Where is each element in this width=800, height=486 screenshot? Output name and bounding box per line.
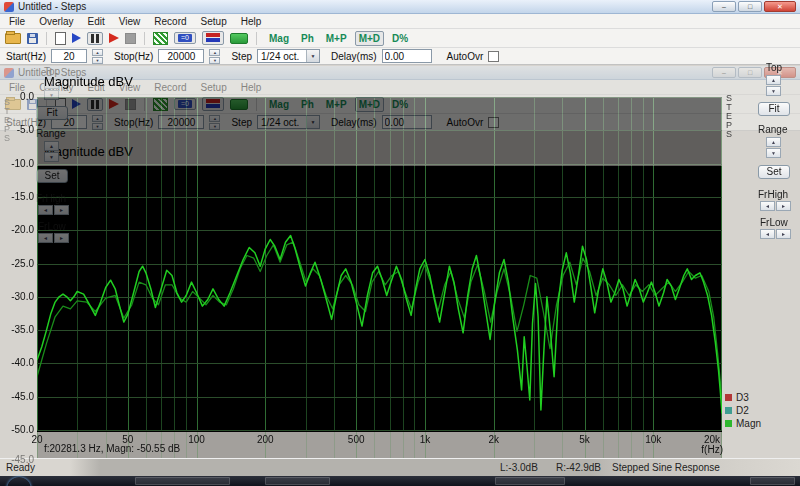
range-up-button[interactable]: ▲	[766, 137, 781, 147]
frlow-label: FrLow	[760, 217, 788, 228]
start-hz-stepper[interactable]: ▲▼	[92, 49, 103, 63]
menu-bar: FileOverlayEditViewRecordSetupHelp	[0, 14, 800, 29]
app-icon	[4, 2, 14, 12]
window-chrome: Untitled - Steps – □ ✕ FileOverlayEditVi…	[0, 0, 800, 65]
chart-title: Magnitude dBV	[44, 74, 133, 89]
menu-view[interactable]: View	[112, 16, 148, 27]
frhigh-left-button[interactable]: ◄	[760, 201, 775, 211]
frhigh-label: FrHigh	[758, 189, 788, 200]
y-tick-label: -30.0	[0, 291, 34, 302]
x-tick-label: 100	[182, 434, 212, 445]
start-hz-label: Start(Hz)	[6, 51, 46, 62]
frlow-left-button[interactable]: ◄	[760, 229, 775, 239]
delay-ms-label: Delay(ms)	[331, 51, 377, 62]
stop-icon[interactable]	[125, 33, 136, 44]
start-orb-icon[interactable]	[7, 477, 31, 486]
trace-d2-overlay	[37, 242, 722, 400]
top-down-button[interactable]: ▼	[766, 86, 781, 96]
window-title: Untitled - Steps	[18, 1, 86, 12]
overlay-hatch-icon[interactable]	[153, 32, 168, 45]
frhigh-right-button[interactable]: ►	[776, 201, 791, 211]
steps-vertical-wordmark: STEPS	[724, 94, 734, 139]
minimize-button[interactable]: –	[712, 1, 736, 12]
flag-icon[interactable]	[72, 33, 81, 43]
measurement-fields-row: Start(Hz) ▲▼ Stop(Hz) ▲▼ Step 1/24 oct. …	[0, 48, 800, 65]
toolbar-button-mag[interactable]: Mag	[265, 31, 293, 46]
stop-hz-label: Stop(Hz)	[114, 51, 153, 62]
delay-ms-input[interactable]	[382, 49, 432, 63]
y-tick-label: -40.0	[0, 357, 34, 368]
step-label: Step	[231, 51, 252, 62]
x-tick-label: 10k	[638, 434, 668, 445]
taskbar-button[interactable]	[265, 477, 330, 485]
set-button[interactable]: Set	[758, 165, 790, 179]
legend-swatch	[725, 420, 732, 427]
signal-meter-icon[interactable]	[230, 33, 248, 44]
status-mode: Stepped Sine Response	[612, 462, 720, 473]
toolbar-button-d-[interactable]: D%	[388, 31, 412, 46]
title-bar[interactable]: Untitled - Steps – □ ✕	[0, 0, 800, 14]
toolbar-button-m-d[interactable]: M+D	[355, 31, 384, 46]
y-tick-label: 0.0	[0, 91, 34, 102]
x-tick-label: 2k	[479, 434, 509, 445]
menu-help[interactable]: Help	[234, 16, 269, 27]
menu-help: Help	[234, 82, 269, 93]
y-tick-label: -25.0	[0, 258, 34, 269]
spectrum-bars-button[interactable]	[202, 31, 224, 45]
chart-plot[interactable]	[37, 97, 722, 432]
menu-setup[interactable]: Setup	[194, 16, 234, 27]
taskbar-button[interactable]	[495, 477, 565, 485]
taskbar-button[interactable]	[135, 477, 230, 485]
stop-hz-stepper[interactable]: ▲▼	[209, 49, 220, 63]
legend-item-magn: Magn	[725, 417, 761, 430]
open-icon[interactable]	[5, 33, 21, 44]
y-tick-label: -15.0	[0, 191, 34, 202]
legend-swatch	[725, 407, 732, 414]
toolbar-text-buttons: MagPhM+PM+DD%	[265, 31, 412, 46]
y-tick-label: -35.0	[0, 324, 34, 335]
save-icon[interactable]	[27, 33, 38, 44]
menu-record[interactable]: Record	[147, 16, 193, 27]
legend-label: D3	[736, 392, 749, 403]
chart-legend: D3D2Magn	[725, 391, 761, 430]
toolbar: =0 MagPhM+PM+DD%	[0, 29, 800, 48]
step-select[interactable]: 1/24 oct. ▼	[257, 49, 320, 63]
toolbar-separator	[46, 32, 47, 45]
retrigger-zero-button[interactable]: =0	[174, 32, 196, 44]
maximize-button[interactable]: □	[738, 1, 762, 12]
top-up-button[interactable]: ▲	[766, 75, 781, 85]
taskbar-button[interactable]	[750, 477, 795, 485]
status-right-level: R:-42.9dB	[556, 462, 601, 473]
menu-overlay[interactable]: Overlay	[32, 16, 80, 27]
range-down-button[interactable]: ▼	[766, 148, 781, 158]
menu-file[interactable]: File	[2, 16, 32, 27]
legend-label: D2	[736, 405, 749, 416]
steps-app-window: Untitled - Steps – □ ✕ FileOverlayEditVi…	[0, 0, 800, 486]
close-button[interactable]: ✕	[764, 1, 796, 12]
play-icon[interactable]	[109, 33, 119, 43]
right-control-panel: Top ▲ ▼ Fit Range ▲ ▼ Set FrHigh ◄ ► FrL…	[722, 62, 800, 314]
trace-magn	[37, 236, 722, 414]
pause-button[interactable]	[87, 32, 103, 45]
range-label: Range	[758, 124, 787, 135]
cursor-readout: f:20281.3 Hz, Magn: -50.55 dB	[44, 443, 180, 454]
toolbar-separator	[144, 32, 145, 45]
autoovr-checkbox[interactable]	[488, 51, 499, 62]
menu-record: Record	[147, 82, 193, 93]
frlow-right-button[interactable]: ►	[776, 229, 791, 239]
start-hz-input[interactable]	[51, 49, 87, 63]
toolbar-separator	[256, 32, 257, 45]
menu-edit[interactable]: Edit	[81, 16, 112, 27]
windows-taskbar[interactable]	[0, 476, 800, 486]
new-file-icon[interactable]	[55, 32, 66, 45]
toolbar-button-m-p[interactable]: M+P	[322, 31, 351, 46]
x-tick-label: 500	[341, 434, 371, 445]
stop-hz-input[interactable]	[158, 49, 204, 63]
chevron-down-icon[interactable]: ▼	[306, 50, 319, 62]
toolbar-button-ph[interactable]: Ph	[297, 31, 318, 46]
y-tick-label: -20.0	[0, 224, 34, 235]
y-tick-label: -45.0	[0, 391, 34, 402]
fit-button[interactable]: Fit	[758, 102, 790, 116]
x-axis-name: f(Hz)	[693, 444, 723, 455]
legend-item-d2: D2	[725, 404, 761, 417]
